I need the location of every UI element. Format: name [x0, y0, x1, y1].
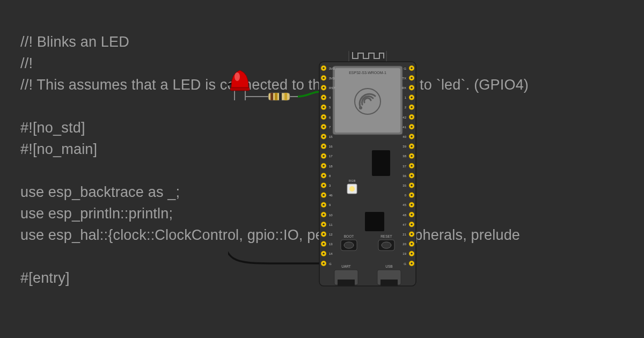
- pin-label: G: [404, 262, 406, 266]
- svg-point-40: [323, 174, 325, 177]
- pin-label: 20: [402, 243, 406, 246]
- svg-point-45: [323, 223, 325, 225]
- svg-point-51: [411, 77, 413, 79]
- pin-label: 45: [402, 203, 406, 207]
- pin-label: 37: [402, 165, 406, 168]
- resistor-band-3: [279, 93, 282, 100]
- svg-point-39: [323, 165, 325, 167]
- svg-text:BOOT: BOOT: [344, 234, 354, 238]
- svg-rect-11: [335, 68, 400, 133]
- svg-point-43: [323, 204, 325, 206]
- wire-black: [228, 83, 322, 263]
- pin-label: 16: [329, 145, 333, 148]
- svg-point-6: [235, 72, 240, 81]
- chip-label: ESP32-S3-WROOM-1: [349, 71, 386, 75]
- svg-point-35: [323, 126, 325, 128]
- svg-point-64: [411, 204, 413, 206]
- svg-point-34: [323, 116, 325, 118]
- led-component: [230, 70, 258, 100]
- svg-point-62: [411, 185, 413, 187]
- pin-label: 47: [402, 223, 406, 226]
- svg-point-52: [411, 87, 413, 89]
- pin-label: 48: [402, 214, 406, 217]
- svg-point-55: [411, 116, 413, 118]
- svg-text:USB: USB: [385, 264, 392, 268]
- svg-point-68: [411, 243, 413, 245]
- svg-text:RGB: RGB: [348, 179, 355, 182]
- svg-point-54: [411, 106, 413, 108]
- svg-point-15: [349, 186, 355, 192]
- svg-point-13: [359, 106, 362, 109]
- pin-label: 36: [402, 174, 406, 178]
- svg-point-37: [323, 145, 325, 148]
- svg-point-46: [323, 233, 325, 236]
- pin-label: 12: [329, 233, 333, 236]
- pin-label: 17: [329, 155, 333, 158]
- pin-label: 13: [329, 243, 333, 246]
- chip-ic-2: [365, 212, 384, 231]
- antenna: [349, 51, 386, 63]
- pin-label: RX: [402, 86, 406, 90]
- svg-point-47: [323, 243, 325, 245]
- svg-point-65: [411, 214, 413, 216]
- reset-button: RESET: [378, 234, 394, 251]
- pin-label: 46: [329, 194, 333, 197]
- svg-point-44: [323, 214, 325, 216]
- pin-label: 3V3: [329, 67, 335, 70]
- pin-label: 15: [329, 135, 333, 138]
- svg-point-21: [382, 242, 391, 248]
- svg-point-61: [411, 174, 413, 177]
- pin-label: 3V3: [329, 77, 335, 80]
- svg-point-63: [411, 194, 413, 196]
- svg-point-41: [323, 185, 325, 187]
- rgb-led: RGB: [347, 179, 357, 194]
- pin-label: 14: [329, 252, 333, 255]
- svg-point-57: [411, 136, 413, 138]
- svg-point-69: [411, 253, 413, 255]
- resistor-band-1: [270, 93, 273, 100]
- wire-green: [298, 92, 322, 97]
- pin-label: TX: [402, 77, 406, 80]
- pin-label: 41: [402, 126, 406, 129]
- chip-ic-1: [372, 150, 390, 176]
- pin-label: 38: [402, 155, 406, 158]
- pin-label: 10: [329, 214, 333, 217]
- pin-label: 11: [329, 223, 333, 226]
- resistor-band-2: [275, 93, 277, 100]
- svg-point-50: [411, 67, 413, 69]
- pin-label: G: [329, 262, 332, 266]
- svg-point-30: [323, 77, 325, 79]
- svg-rect-7: [230, 87, 250, 91]
- svg-point-59: [411, 155, 413, 157]
- svg-point-18: [344, 242, 354, 248]
- svg-point-48: [323, 253, 325, 255]
- resistor-band-4: [284, 93, 287, 100]
- svg-point-53: [411, 97, 413, 99]
- svg-point-66: [411, 223, 413, 225]
- svg-point-49: [323, 262, 325, 264]
- svg-point-32: [323, 97, 325, 99]
- svg-point-38: [323, 155, 325, 157]
- pin-label: 40: [402, 135, 406, 138]
- pin-label: 42: [402, 116, 406, 119]
- svg-point-58: [411, 145, 413, 148]
- svg-text:UART: UART: [341, 264, 351, 268]
- pin-label: 19: [402, 252, 406, 255]
- svg-point-31: [323, 87, 325, 89]
- svg-point-70: [411, 262, 413, 264]
- pin-label: RST: [329, 86, 335, 90]
- svg-rect-24: [338, 280, 355, 286]
- svg-point-67: [411, 233, 413, 236]
- svg-point-36: [323, 136, 325, 138]
- svg-point-33: [323, 106, 325, 108]
- svg-text:RESET: RESET: [380, 234, 392, 238]
- pin-label: 18: [329, 165, 333, 168]
- pin-label: G: [404, 67, 406, 70]
- svg-point-60: [411, 165, 413, 167]
- svg-point-29: [323, 67, 325, 69]
- circuit-diagram: ESP32-S3-WROOM-1 RGB BOOT RESET: [228, 51, 443, 282]
- pin-label: 35: [402, 184, 406, 187]
- esp32-board: ESP32-S3-WROOM-1 RGB BOOT RESET: [319, 51, 416, 286]
- svg-rect-27: [380, 280, 398, 286]
- svg-point-42: [323, 194, 325, 196]
